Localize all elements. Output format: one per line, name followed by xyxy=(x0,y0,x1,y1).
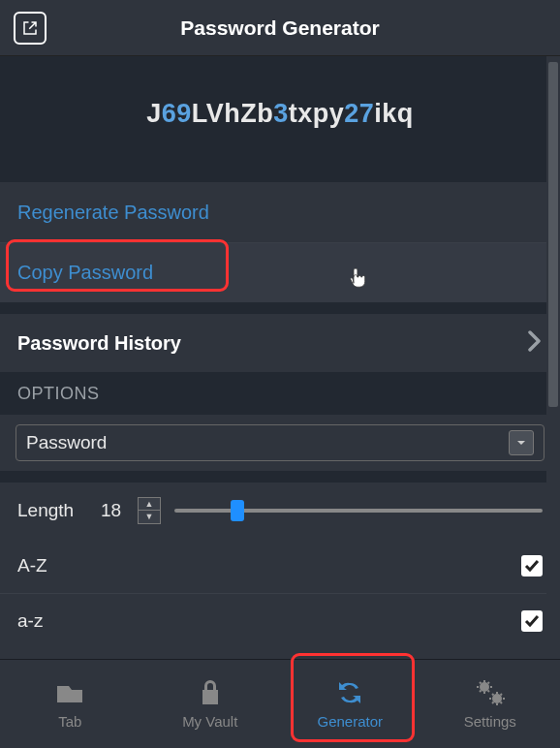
scrollbar-thumb[interactable] xyxy=(548,62,558,407)
length-row: Length 18 ▲ ▼ xyxy=(0,483,560,538)
options-header: OPTIONS xyxy=(0,372,560,415)
generated-password: J69LVhZb3txpy27ikq xyxy=(0,56,560,171)
tab-generator[interactable]: Generator xyxy=(280,660,420,748)
type-select[interactable]: Password xyxy=(16,424,544,461)
option-label: a-z xyxy=(17,610,101,632)
settings-icon xyxy=(475,678,506,707)
page-title: Password Generator xyxy=(47,16,513,40)
option-label: A-Z xyxy=(17,555,101,577)
tab-label: My Vault xyxy=(182,713,237,730)
tabbar: TabMy VaultGeneratorSettings xyxy=(0,659,560,748)
scrollbar[interactable]: ▲ xyxy=(546,56,560,659)
slider-thumb[interactable] xyxy=(231,500,244,521)
stepper-up-icon[interactable]: ▲ xyxy=(139,498,160,512)
chevron-down-icon xyxy=(509,430,534,455)
tab-vault[interactable]: My Vault xyxy=(140,660,281,748)
generator-icon xyxy=(334,678,365,707)
length-label: Length xyxy=(17,500,101,521)
popout-button[interactable] xyxy=(14,12,47,45)
copy-button[interactable]: Copy Password xyxy=(0,242,560,302)
vault-icon xyxy=(195,678,226,707)
type-select-value: Password xyxy=(26,432,107,453)
history-label: Password History xyxy=(17,332,181,355)
tab-icon xyxy=(54,678,85,707)
popout-icon xyxy=(21,19,39,37)
length-stepper[interactable]: ▲ ▼ xyxy=(138,497,161,524)
option-row-a-z[interactable]: a-z xyxy=(0,593,560,648)
checkbox[interactable] xyxy=(521,555,543,577)
tab-settings[interactable]: Settings xyxy=(420,660,561,748)
scroll-area[interactable]: J69LVhZb3txpy27ikq Regenerate Password C… xyxy=(0,56,560,659)
chevron-right-icon xyxy=(527,327,543,358)
regenerate-button[interactable]: Regenerate Password xyxy=(0,182,560,242)
option-row-A-Z[interactable]: A-Z xyxy=(0,538,560,593)
tab-label: Tab xyxy=(58,713,81,730)
regenerate-label: Regenerate Password xyxy=(17,202,209,224)
copy-label: Copy Password xyxy=(17,262,153,284)
length-value: 18 xyxy=(101,500,134,521)
stepper-down-icon[interactable]: ▼ xyxy=(139,511,160,523)
tab-tab[interactable]: Tab xyxy=(0,660,140,748)
checkbox[interactable] xyxy=(521,610,543,632)
tab-label: Settings xyxy=(464,713,516,730)
scroll-up-icon[interactable]: ▲ xyxy=(547,56,557,57)
history-button[interactable]: Password History xyxy=(0,314,560,372)
length-slider[interactable] xyxy=(174,499,543,522)
tab-label: Generator xyxy=(317,713,383,730)
